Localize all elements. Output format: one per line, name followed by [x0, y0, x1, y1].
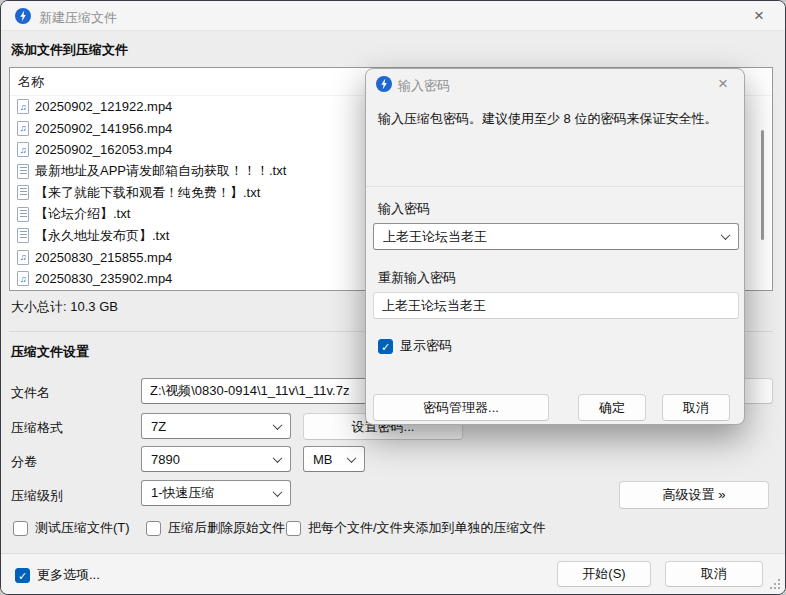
level-value: 1-快速压缩	[151, 484, 215, 502]
mp4-file-icon: ♫	[17, 121, 29, 136]
format-label: 压缩格式	[11, 419, 63, 437]
checkbox-label: 测试压缩文件(T)	[35, 519, 130, 537]
mp4-file-icon: ♫	[17, 142, 29, 157]
section-add-files: 添加文件到压缩文件	[11, 41, 128, 59]
chevron-down-icon	[273, 487, 283, 497]
file-name: 【永久地址发布页】.txt	[35, 227, 169, 245]
dialog-cancel-button[interactable]: 取消	[662, 394, 730, 421]
filename-label: 文件名	[11, 384, 50, 402]
show-password-checkbox[interactable]: 显示密码	[378, 337, 452, 355]
window-title: 新建压缩文件	[39, 9, 117, 27]
confirm-password-label: 重新输入密码	[378, 269, 456, 287]
txt-file-icon	[17, 164, 29, 179]
resize-grip[interactable]	[770, 579, 780, 589]
file-name: 20250902_121922.mp4	[35, 99, 172, 114]
compression-level-combobox[interactable]: 1-快速压缩	[141, 480, 291, 506]
txt-file-icon	[17, 228, 29, 243]
txt-file-icon	[17, 207, 29, 222]
file-name: 【论坛介绍】.txt	[35, 205, 130, 223]
cancel-button[interactable]: 取消	[665, 561, 763, 587]
password-value: 上老王论坛当老王	[383, 228, 487, 246]
file-name: 最新地址及APP请发邮箱自动获取！！！.txt	[35, 162, 286, 180]
password-combobox[interactable]: 上老王论坛当老王	[373, 223, 739, 250]
volume-label: 分卷	[11, 453, 37, 471]
dialog-description: 输入压缩包密码。建议使用至少 8 位的密码来保证安全性。	[378, 109, 738, 129]
dialog-close-icon[interactable]: ×	[706, 71, 740, 97]
advanced-settings-button[interactable]: 高级设置 »	[619, 481, 769, 509]
separate-archives-checkbox[interactable]: 把每个文件/文件夹添加到单独的压缩文件	[286, 519, 546, 537]
checkbox-label: 压缩后删除原始文件	[168, 519, 285, 537]
list-scrollbar[interactable]	[761, 130, 764, 240]
mp4-file-icon: ♫	[17, 250, 29, 265]
section-archive-settings: 压缩文件设置	[11, 343, 89, 361]
dialog-title: 输入密码	[398, 77, 450, 95]
chevron-down-icon	[273, 420, 283, 430]
format-value: 7Z	[151, 419, 166, 434]
confirm-password-input[interactable]	[373, 292, 739, 319]
dialog-icon	[376, 76, 392, 92]
footer-bar: 更多选项... 开始(S) 取消	[1, 553, 785, 594]
file-name: 20250830_235902.mp4	[35, 271, 172, 286]
level-label: 压缩级别	[11, 487, 63, 505]
dialog-divider	[366, 186, 744, 187]
ok-button[interactable]: 确定	[578, 394, 646, 421]
checkbox-label: 把每个文件/文件夹添加到单独的压缩文件	[308, 519, 546, 537]
more-options-label: 更多选项...	[37, 566, 100, 584]
app-icon	[15, 8, 31, 24]
volume-unit-combobox[interactable]: MB	[303, 446, 365, 472]
mp4-file-icon: ♫	[17, 99, 29, 114]
show-password-label: 显示密码	[400, 337, 452, 355]
titlebar: 新建压缩文件 ×	[1, 1, 785, 31]
checkbox-checked-icon	[378, 339, 393, 354]
password-label: 输入密码	[378, 200, 430, 218]
chevron-down-icon	[273, 453, 283, 463]
total-size-label: 大小总计: 10.3 GB	[11, 298, 118, 316]
start-button[interactable]: 开始(S)	[557, 561, 651, 587]
password-manager-button[interactable]: 密码管理器...	[373, 394, 549, 421]
chevron-down-icon	[721, 230, 731, 240]
checkbox-icon	[13, 521, 28, 536]
delete-after-checkbox[interactable]: 压缩后删除原始文件	[146, 519, 285, 537]
format-combobox[interactable]: 7Z	[141, 413, 291, 439]
file-name: 【来了就能下载和观看！纯免费！】.txt	[35, 184, 260, 202]
volume-unit-value: MB	[313, 452, 333, 467]
close-icon[interactable]: ×	[741, 3, 777, 29]
mp4-file-icon: ♫	[17, 271, 29, 286]
checkbox-icon	[286, 521, 301, 536]
checkbox-checked-icon	[15, 568, 30, 583]
txt-file-icon	[17, 185, 29, 200]
checkbox-icon	[146, 521, 161, 536]
volume-size-combobox[interactable]: 7890	[141, 446, 291, 472]
enter-password-dialog: 输入密码 × 输入压缩包密码。建议使用至少 8 位的密码来保证安全性。 输入密码…	[365, 68, 745, 425]
file-name: 20250902_162053.mp4	[35, 142, 172, 157]
more-options-checkbox[interactable]: 更多选项...	[15, 566, 100, 584]
volume-value: 7890	[151, 452, 180, 467]
chevron-down-icon	[347, 453, 357, 463]
file-name: 20250902_141956.mp4	[35, 121, 172, 136]
file-name: 20250830_215855.mp4	[35, 250, 172, 265]
test-archive-checkbox[interactable]: 测试压缩文件(T)	[13, 519, 130, 537]
